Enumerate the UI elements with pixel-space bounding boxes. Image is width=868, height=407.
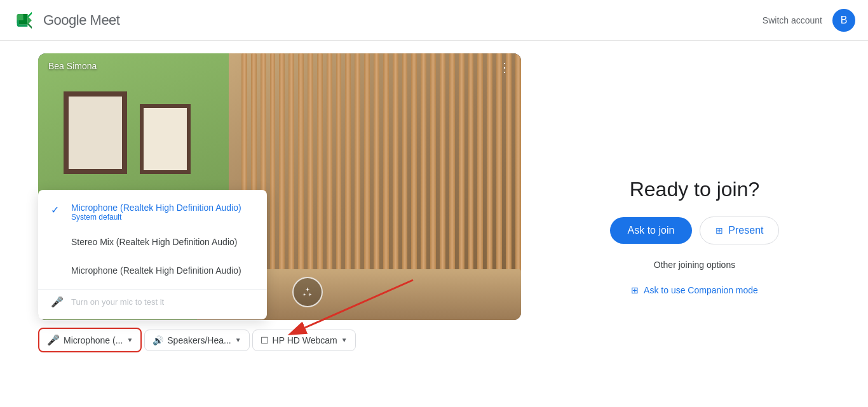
ready-title: Ready to join? [630,178,760,201]
camera-button-label: HP HD Webcam [273,335,337,345]
decor-frame1 [64,91,127,174]
dropdown-item-3-content: Microphone (Realtek High Definition Audi… [71,265,241,276]
present-button[interactable]: ⊞ Present [700,217,779,244]
app-header: Google Meet Switch account B [0,0,868,41]
mic-dropdown-arrow: ▼ [126,337,133,344]
camera-dropdown-arrow: ▼ [341,337,348,344]
present-button-label: Present [728,225,763,236]
speakers-icon: 🔊 [153,335,163,345]
right-panel: Ready to join? Ask to join ⊞ Present Oth… [559,53,830,394]
join-buttons: Ask to join ⊞ Present [610,217,780,244]
mic-toolbar-wrapper: ✓ Microphone (Realtek High Definition Au… [38,328,142,352]
check-icon-empty2: ✓ [51,267,64,279]
mic-test-text: Turn on your mic to test it [71,297,164,307]
camera-button[interactable]: ☐ HP HD Webcam ▼ [252,330,356,351]
video-more-options-button[interactable]: ⋮ [498,61,511,74]
app-title-text: Google Meet [43,12,119,29]
other-options-label: Other joining options [654,260,735,270]
companion-mode-label: Ask to use Companion mode [644,285,758,295]
google-meet-logo-icon [13,8,38,33]
companion-mode-icon: ⊞ [631,285,639,295]
logo-area: Google Meet [13,8,119,33]
microphone-button-label: Microphone (... [64,335,123,345]
user-avatar[interactable]: B [832,9,855,32]
header-actions: Switch account B [763,9,855,32]
companion-mode-link[interactable]: ⊞ Ask to use Companion mode [631,285,758,295]
speakers-dropdown-arrow: ▼ [235,337,241,344]
ask-to-join-button[interactable]: Ask to join [610,217,693,244]
main-content: Bea Simona ⋮ [0,41,868,407]
camera-icon: ☐ [261,335,269,345]
mic-off-icon: 🎤 [47,334,60,346]
decor-frame2 [140,104,191,174]
microphone-button[interactable]: 🎤 Microphone (... ▼ [38,328,142,352]
dropdown-item-1-subtitle: System default [71,213,241,222]
check-icon: ✓ [51,204,64,216]
dropdown-item-1[interactable]: ✓ Microphone (Realtek High Definition Au… [38,195,267,229]
dropdown-item-3-title: Microphone (Realtek High Definition Audi… [71,265,241,276]
dropdown-item-2[interactable]: ✓ Stereo Mix (Realtek High Definition Au… [38,229,267,258]
dropdown-item-1-content: Microphone (Realtek High Definition Audi… [71,203,241,222]
user-name-tag: Bea Simona [48,61,97,71]
switch-account-button[interactable]: Switch account [763,15,822,25]
microphone-dropdown-menu: ✓ Microphone (Realtek High Definition Au… [38,190,267,319]
mic-test-icon: 🎤 [51,296,64,308]
speakers-button[interactable]: 🔊 Speakers/Hea... ▼ [144,330,249,351]
dropdown-item-2-title: Stereo Mix (Realtek High Definition Audi… [71,237,237,247]
present-icon: ⊞ [715,225,723,236]
dropdown-item-3[interactable]: ✓ Microphone (Realtek High Definition Au… [38,258,267,286]
dropdown-item-1-title: Microphone (Realtek High Definition Audi… [71,203,241,213]
mic-test-row: 🎤 Turn on your mic to test it [38,289,267,314]
video-section: Bea Simona ⋮ [38,53,521,394]
bottom-toolbar: ✓ Microphone (Realtek High Definition Au… [38,328,521,352]
check-icon-empty: ✓ [51,238,64,250]
dropdown-item-2-content: Stereo Mix (Realtek High Definition Audi… [71,237,237,247]
speakers-button-label: Speakers/Hea... [167,335,231,345]
video-effects-button[interactable] [292,277,323,307]
